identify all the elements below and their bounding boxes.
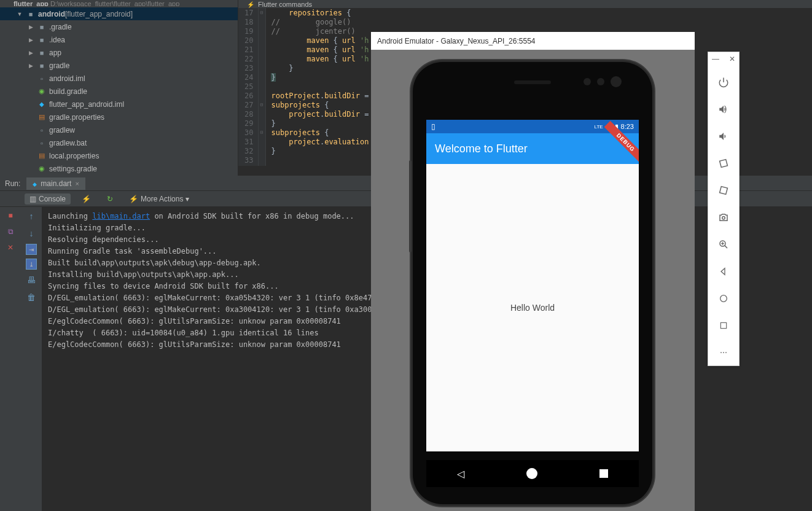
minimize-icon[interactable]: —: [712, 55, 719, 63]
prop-icon: [37, 151, 47, 161]
tree-arrow-icon[interactable]: ▶: [27, 62, 34, 69]
folder-icon: [37, 22, 47, 32]
file-icon: [37, 74, 47, 84]
tree-arrow-icon[interactable]: ▶: [27, 23, 34, 31]
scroll-to-end-button[interactable]: ⤓: [26, 259, 37, 270]
clock: 8:23: [621, 123, 634, 130]
tree-item[interactable]: settings.gradle: [0, 162, 238, 175]
svg-point-2: [722, 217, 725, 220]
tree-arrow-icon[interactable]: [27, 165, 34, 173]
back-button[interactable]: ◁: [457, 468, 464, 480]
tree-arrow-icon[interactable]: ▶: [27, 36, 34, 44]
project-path: D:\workspace_flutter\flutter_app\flutter…: [50, 0, 179, 6]
scroll-up-button[interactable]: ↑: [25, 209, 38, 223]
project-panel: flutter_app D:\workspace_flutter\flutter…: [0, 0, 238, 176]
volume-down-icon[interactable]: [717, 130, 730, 143]
rotate-right-icon[interactable]: [717, 184, 730, 197]
android-nav-bar: ◁: [426, 460, 639, 487]
phone-sensors: [584, 78, 622, 89]
svg-rect-0: [720, 160, 728, 168]
phone-frame: LTE ▲ ▮ 8:23 Welcome to Flutter DEBUG He…: [413, 62, 652, 504]
tree-arrow-icon[interactable]: ▼: [16, 10, 23, 18]
gradle-icon: [37, 164, 47, 174]
tree-arrow-icon[interactable]: [27, 152, 34, 160]
line-gutter: 1718192021222324252627282930313233: [238, 8, 259, 166]
console-tab[interactable]: ▥Console: [25, 193, 71, 205]
print-button[interactable]: 🖶: [25, 273, 38, 287]
home-icon[interactable]: [717, 292, 730, 305]
tree-item[interactable]: local.properties: [0, 149, 238, 162]
svg-rect-8: [720, 322, 726, 328]
project-name: flutter_app: [14, 0, 49, 6]
home-button[interactable]: [526, 468, 537, 479]
tree-arrow-icon[interactable]: [27, 127, 34, 134]
clear-button[interactable]: 🗑: [25, 291, 38, 304]
tree-arrow-icon[interactable]: ▶: [27, 49, 34, 57]
notification-icon: [431, 122, 435, 131]
soft-wrap-button[interactable]: ⇥: [26, 244, 37, 255]
file-icon: [37, 125, 47, 135]
svg-line-4: [725, 246, 727, 248]
emulator-title-bar[interactable]: Android Emulator - Galaxy_Nexus_API_26:5…: [371, 33, 695, 50]
folder-icon: [37, 35, 47, 45]
tree-item[interactable]: ▶gradle: [0, 59, 238, 72]
run-label: Run:: [5, 179, 20, 188]
emulator-window[interactable]: Android Emulator - Galaxy_Nexus_API_26:5…: [371, 32, 695, 511]
hot-reload-button[interactable]: ⚡: [77, 193, 96, 205]
tree-arrow-icon[interactable]: [27, 101, 34, 108]
fold-bar[interactable]: ⊟⊟⊟: [259, 8, 266, 166]
tree-arrow-icon[interactable]: [27, 75, 34, 82]
code-lines[interactable]: repositories {// google()// jcenter() ma…: [266, 8, 369, 166]
close-run-button[interactable]: ✕: [4, 241, 17, 254]
emulator-toolbar: — ✕ ⋯: [708, 52, 740, 366]
app-bar: Welcome to Flutter DEBUG: [426, 133, 639, 164]
stop-button[interactable]: ■: [4, 209, 17, 222]
tree-item[interactable]: ▶.idea: [0, 33, 238, 46]
run-left-toolbar: ■ ⧉ ✕: [0, 207, 21, 511]
volume-rocker: [409, 160, 412, 252]
tree-arrow-icon[interactable]: [27, 114, 34, 121]
close-icon[interactable]: ×: [75, 180, 79, 187]
tree-item[interactable]: ▶.gradle: [0, 20, 238, 33]
hot-restart-button[interactable]: ↻: [102, 193, 118, 205]
project-header: flutter_app D:\workspace_flutter\flutter…: [0, 0, 238, 6]
phone-screen[interactable]: LTE ▲ ▮ 8:23 Welcome to Flutter DEBUG He…: [426, 120, 639, 451]
tree-item[interactable]: build.gradle: [0, 85, 238, 98]
rotate-left-icon[interactable]: [717, 157, 730, 170]
recents-button[interactable]: [599, 469, 608, 478]
tree-item[interactable]: gradle.properties: [0, 111, 238, 123]
tree-item[interactable]: ▶app: [0, 46, 238, 59]
tree-item[interactable]: flutter_app_android.iml: [0, 98, 238, 111]
back-icon[interactable]: [717, 265, 730, 278]
file-link[interactable]: lib\main.dart: [92, 212, 150, 220]
svg-rect-1: [720, 187, 728, 195]
more-icon[interactable]: ⋯: [717, 346, 730, 359]
tree-item[interactable]: gradlew: [0, 123, 238, 136]
flutter-icon: [37, 99, 47, 109]
project-tree[interactable]: ▼android [flutter_app_android]▶.gradle▶.…: [0, 6, 238, 175]
flutter-commands-bar[interactable]: Flutter commands: [238, 1, 812, 8]
volume-up-icon[interactable]: [717, 103, 730, 116]
close-emulator-icon[interactable]: ✕: [729, 55, 735, 63]
camera-icon[interactable]: [717, 211, 730, 224]
tree-item[interactable]: gradlew.bat: [0, 136, 238, 149]
overview-icon[interactable]: [717, 319, 730, 332]
tree-item[interactable]: android.iml: [0, 72, 238, 85]
app-body: Hello World: [426, 164, 639, 451]
scroll-down-button[interactable]: ↓: [25, 227, 38, 240]
power-icon[interactable]: [717, 76, 730, 89]
folder-icon: [37, 48, 47, 58]
gradle-icon: [37, 87, 47, 96]
app-title: Welcome to Flutter: [435, 142, 528, 155]
attach-debugger-button[interactable]: ⧉: [4, 225, 17, 238]
tree-arrow-icon[interactable]: [27, 88, 34, 95]
tree-item[interactable]: ▼android [flutter_app_android]: [0, 7, 238, 20]
run-tab-main[interactable]: main.dart ×: [26, 177, 85, 190]
more-actions-dropdown[interactable]: ⚡ More Actions ▾: [124, 193, 194, 205]
prop-icon: [37, 112, 47, 122]
tree-arrow-icon[interactable]: [27, 139, 34, 147]
zoom-icon[interactable]: [717, 238, 730, 251]
lte-icon: LTE: [595, 124, 603, 130]
folder-icon: [37, 61, 47, 71]
file-icon: [37, 138, 47, 148]
